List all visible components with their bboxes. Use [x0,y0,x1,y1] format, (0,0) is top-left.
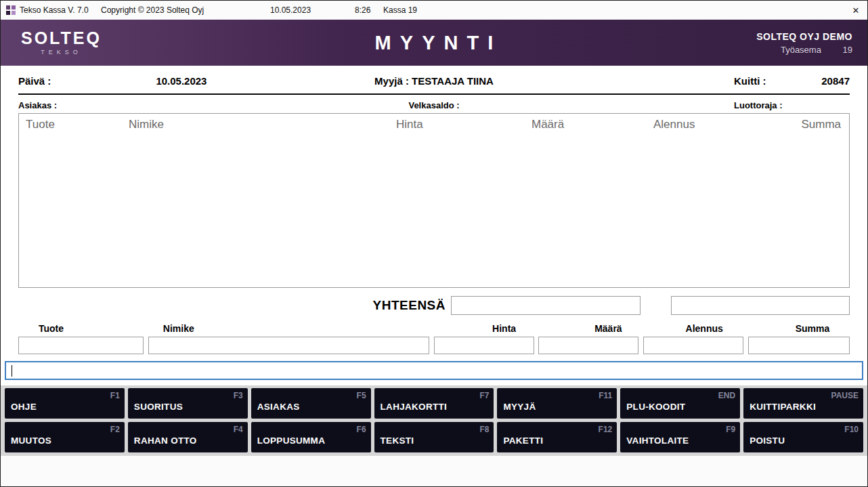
plu-koodit-button[interactable]: END PLU-KOODIT [620,388,740,419]
divider-line [18,93,850,95]
titlebar: Tekso Kassa V. 7.0 Copyright © 2023 Solt… [1,1,867,20]
column-header-alennus: Alennus [647,118,768,131]
summa-input[interactable] [748,337,850,354]
app-title: Tekso Kassa V. 7.0 [20,5,89,15]
receipt-info-row: Päivä : 10.05.2023 Myyjä : TESTAAJA TIIN… [18,66,850,87]
hinta-input[interactable] [434,337,534,354]
page-title: MYYNTI [366,32,502,54]
receipt-number-info: Kuitti : 20847 [494,75,850,87]
total-amount-input[interactable] [451,296,641,315]
line-entry-row: Tuote Nimike Hinta Määrä Alennus Summa [18,323,850,354]
maara-field-label: Määrä [538,323,638,337]
command-input[interactable] [5,361,863,380]
fkey-label: F4 [234,425,243,434]
tuote-input[interactable] [18,337,144,354]
vaihtolaite-button[interactable]: F9 VAIHTOLAITE [620,422,740,452]
fkey-label: END [718,391,735,400]
entry-group-tuote: Tuote [18,323,144,354]
app-window: Tekso Kassa V. 7.0 Copyright © 2023 Solt… [0,0,868,487]
suoritus-button[interactable]: F3 SUORITUS [128,388,248,419]
fkey-label: F10 [844,425,859,434]
maara-input[interactable] [538,337,638,354]
solteq-logo: SOLTEQ TEKSO [21,30,102,56]
main-content: Päivä : 10.05.2023 Myyjä : TESTAAJA TIIN… [1,66,867,354]
fkey-label: PAUSE [831,391,859,400]
sale-table-header: Tuote Nimike Hinta Määrä Alennus Summa [19,114,849,131]
nimike-field-label: Nimike [148,323,429,337]
debt-balance-label: Velkasaldo : [408,100,459,110]
total-row: YHTEENSÄ [18,296,850,315]
fkey-label: F12 [599,425,613,434]
teksti-button[interactable]: F8 TEKSTI [374,422,494,452]
credit-limit-label: Luottoraja : [734,100,850,110]
hinta-field-label: Hinta [434,323,534,337]
column-header-nimike: Nimike [122,118,389,131]
nimike-input[interactable] [148,337,429,354]
column-header-tuote: Tuote [19,118,122,131]
rahan-otto-button[interactable]: F4 RAHAN OTTO [128,422,248,452]
sale-lines-table: Tuote Nimike Hinta Määrä Alennus Summa [18,113,850,288]
fkey-label: F2 [110,425,120,434]
loppusumma-button[interactable]: F6 LOPPUSUMMA [251,422,371,452]
date-value: 10.05.2023 [156,75,207,87]
column-header-maara: Määrä [525,118,647,131]
date-label: Päivä : [18,75,51,87]
seller-label: Myyjä : [374,75,409,87]
customer-label: Asiakas : [18,100,408,110]
logo-text-solteq: SOLTEQ [21,30,102,47]
poistu-button[interactable]: F10 POISTU [743,422,863,452]
header-right-block: SOLTEQ OYJ DEMO Työasema 19 [756,31,852,55]
kuittiparkki-button[interactable]: PAUSE KUITTIPARKKI [743,388,863,419]
alennus-input[interactable] [643,337,743,354]
alennus-field-label: Alennus [643,323,743,337]
total-label: YHTEENSÄ [373,298,446,313]
app-icon [5,5,16,16]
store-name: SOLTEQ OYJ DEMO [756,31,852,42]
entry-group-hinta: Hinta [434,323,534,354]
close-button[interactable]: ✕ [844,1,867,20]
entry-group-summa: Summa [748,323,850,354]
entry-group-alennus: Alennus [643,323,743,354]
tuote-field-label: Tuote [18,323,144,337]
lahjakortti-button[interactable]: F7 LAHJAKORTTI [374,388,494,419]
text-caret [12,365,12,377]
column-header-hinta: Hinta [389,118,525,131]
command-row [1,354,867,385]
fkey-label: F7 [479,391,489,400]
fkey-label: F9 [726,425,735,434]
customer-info-row: Asiakas : Velkasaldo : Luottoraja : [18,100,850,110]
column-header-summa: Summa [768,118,849,131]
muutos-button[interactable]: F2 MUUTOS [5,422,125,452]
copyright-text: Copyright © 2023 Solteq Oyj [101,5,204,15]
fkey-label: F8 [479,425,489,434]
asiakas-button[interactable]: F5 ASIAKAS [251,388,371,419]
bottom-strip [1,456,867,486]
header-banner: SOLTEQ TEKSO MYYNTI SOLTEQ OYJ DEMO Työa… [1,20,867,66]
receipt-number: 20847 [821,75,850,87]
receipt-label: Kuitti : [734,75,766,87]
titlebar-time: 8:26 [355,5,370,15]
entry-group-maara: Määrä [538,323,638,354]
fkey-label: F11 [599,391,612,400]
titlebar-date: 10.05.2023 [270,5,311,15]
seller-info: Myyjä : TESTAAJA TIINA [374,75,494,87]
fkey-label: F1 [110,391,120,400]
close-icon: ✕ [852,5,860,16]
entry-group-nimike: Nimike [148,323,429,354]
function-key-bar: F1 OHJE F3 SUORITUS F5 ASIAKAS F7 LAHJAK… [1,385,867,456]
fkey-label: F5 [357,391,366,400]
titlebar-register: Kassa 19 [383,5,417,15]
total-secondary-input[interactable] [671,296,850,315]
workstation-info: Työasema 19 [756,45,852,55]
seller-value: TESTAAJA TIINA [412,75,494,87]
fkey-label: F3 [234,391,243,400]
date-info: Päivä : 10.05.2023 [18,75,374,87]
myyja-button[interactable]: F11 MYYJÄ [497,388,617,419]
workstation-label: Työasema [781,45,821,55]
summa-field-label: Summa [748,323,850,337]
paketti-button[interactable]: F12 PAKETTI [497,422,617,452]
fkey-label: F6 [357,425,366,434]
logo-text-tekso: TEKSO [41,49,82,56]
workstation-number: 19 [843,45,852,55]
ohje-button[interactable]: F1 OHJE [5,388,125,419]
